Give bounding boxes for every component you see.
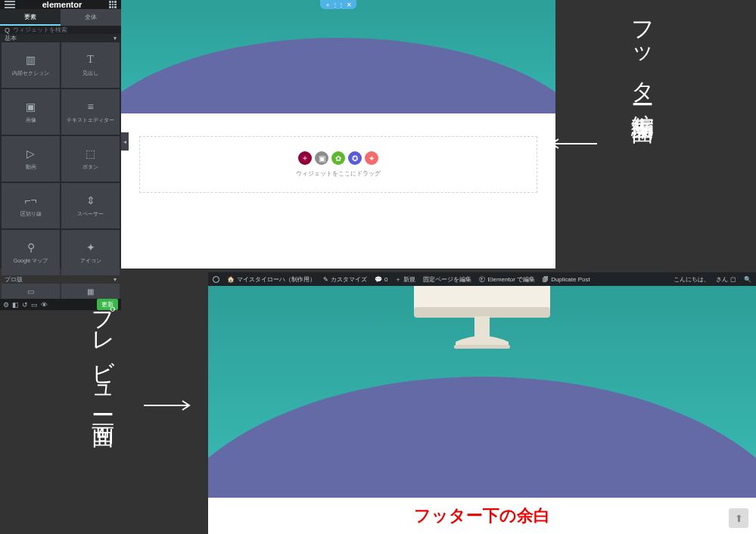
widget-video[interactable]: ▷ 動画 bbox=[2, 136, 60, 182]
svg-rect-4 bbox=[474, 316, 490, 337]
responsive-icon[interactable]: ▭ bbox=[31, 301, 38, 309]
sidebar-header: elementor bbox=[0, 0, 121, 9]
divider-icon: ⌐¬ bbox=[23, 194, 39, 207]
globe-icon[interactable]: ✪ bbox=[348, 151, 362, 165]
search-placeholder: ウィジェットを検索 bbox=[13, 26, 67, 34]
widget-divider[interactable]: ⌐¬ 区切り線 bbox=[2, 183, 60, 228]
comments-link[interactable]: 💬 0 bbox=[375, 276, 387, 283]
annotation-preview-label: プレビュー画面 bbox=[87, 287, 118, 412]
widget-button[interactable]: ⬚ ボタン bbox=[61, 136, 120, 182]
category-pro[interactable]: プロ版 ▾ bbox=[0, 275, 121, 284]
text-icon: ≡ bbox=[83, 100, 98, 113]
widget-grid: ▥ 内部セクション T 見出し ▣ 画像 ≡ テキストエディター ▷ 動画 ⬚ … bbox=[0, 42, 121, 275]
star-icon: ✦ bbox=[83, 241, 98, 254]
star-icon[interactable]: ✦ bbox=[365, 151, 378, 165]
footer-section[interactable]: ＋ ⋮⋮ ✕ bbox=[121, 0, 555, 113]
add-section-buttons: ＋ ▣ ✿ ✪ ✦ bbox=[298, 151, 378, 165]
svg-rect-5 bbox=[454, 345, 510, 349]
editor-canvas[interactable]: ＋ ⋮⋮ ✕ ＋ ▣ ✿ ✪ ✦ ウィジェットをここにドラッグ bbox=[121, 0, 555, 269]
navigator-icon[interactable]: ◧ bbox=[12, 301, 19, 309]
widget-search[interactable]: Q ウィジェットを検索 bbox=[0, 26, 121, 34]
arrow-up-icon: ⬆ bbox=[735, 513, 743, 524]
arrow-left-icon bbox=[548, 132, 601, 155]
history-icon[interactable]: ↺ bbox=[22, 301, 28, 309]
widget-spacer[interactable]: ⇕ スペーサー bbox=[61, 183, 120, 228]
search-icon: Q bbox=[5, 26, 10, 34]
monitor-illustration bbox=[403, 286, 562, 362]
footer-gap-area: フッター下の余白 ⬆ bbox=[208, 498, 756, 534]
chevron-down-icon: ▾ bbox=[114, 35, 117, 42]
greeting[interactable]: こんにちは、 さん ▢ bbox=[674, 275, 736, 284]
wp-admin-bar: 🏠 マイスタイローハ（制作用） ✎ カスタマイズ 💬 0 ＋ 新規 固定ページを… bbox=[208, 272, 756, 286]
search-admin-icon[interactable]: 🔍 bbox=[744, 276, 751, 283]
arrow-right-icon bbox=[140, 393, 193, 417]
category-basic[interactable]: 基本 ▾ bbox=[0, 34, 121, 42]
section-handle[interactable]: ＋ ⋮⋮ ✕ bbox=[320, 0, 356, 9]
pro-widget-1[interactable]: ▭ bbox=[2, 284, 60, 299]
tab-elements[interactable]: 要素 bbox=[0, 9, 61, 26]
elementor-editor: elementor 要素 全体 Q ウィジェットを検索 基本 ▾ ▥ 内部セクシ… bbox=[0, 0, 555, 269]
annotation-gap-label: フッター下の余白 bbox=[414, 505, 550, 527]
wordpress-icon bbox=[213, 276, 219, 283]
scroll-top-button[interactable]: ⬆ bbox=[729, 508, 748, 528]
menu-icon[interactable] bbox=[5, 1, 15, 8]
chevron-down-icon: ▾ bbox=[114, 276, 117, 283]
panel-tabs: 要素 全体 bbox=[0, 9, 121, 26]
preview-icon[interactable]: 👁 bbox=[41, 301, 48, 309]
widget-heading[interactable]: T 見出し bbox=[61, 42, 120, 88]
widget-dropzone[interactable]: ＋ ▣ ✿ ✪ ✦ ウィジェットをここにドラッグ bbox=[139, 136, 537, 193]
decorative-shape bbox=[121, 38, 555, 113]
new-link[interactable]: ＋ 新規 bbox=[395, 275, 415, 284]
edit-page-link[interactable]: 固定ページを編集 bbox=[423, 275, 471, 284]
site-name[interactable]: 🏠 マイスタイローハ（制作用） bbox=[227, 275, 316, 284]
widgets-grid-icon[interactable] bbox=[109, 1, 117, 8]
video-icon: ▷ bbox=[23, 147, 39, 160]
widget-inner-section[interactable]: ▥ 内部セクション bbox=[2, 42, 60, 88]
folder-icon[interactable]: ▣ bbox=[315, 151, 328, 165]
map-icon: ⚲ bbox=[23, 241, 39, 254]
elementor-edit-link[interactable]: Ⓔ Elementor で編集 bbox=[479, 275, 535, 284]
decorative-shape bbox=[208, 377, 756, 498]
button-icon: ⬚ bbox=[83, 147, 98, 160]
duplicate-post-link[interactable]: 🗐 Duplicate Post bbox=[543, 276, 590, 283]
preview-footer-section bbox=[208, 286, 756, 498]
elementor-logo: elementor bbox=[42, 0, 82, 9]
image-icon: ▣ bbox=[23, 100, 39, 113]
widget-text-editor[interactable]: ≡ テキストエディター bbox=[61, 89, 120, 135]
tab-global[interactable]: 全体 bbox=[61, 9, 121, 26]
wp-logo[interactable] bbox=[213, 276, 219, 283]
elementor-sidebar: elementor 要素 全体 Q ウィジェットを検索 基本 ▾ ▥ 内部セクシ… bbox=[0, 0, 121, 269]
heading-icon: T bbox=[83, 53, 98, 67]
collapse-sidebar-icon[interactable]: ◂ bbox=[121, 132, 129, 151]
settings-icon[interactable]: ⚙ bbox=[3, 301, 9, 309]
preview-frame: 🏠 マイスタイローハ（制作用） ✎ カスタマイズ 💬 0 ＋ 新規 固定ページを… bbox=[208, 272, 756, 534]
svg-rect-3 bbox=[414, 307, 550, 318]
spacer-icon: ⇕ bbox=[83, 194, 98, 207]
dropzone-text: ウィジェットをここにドラッグ bbox=[296, 169, 381, 178]
check-icon[interactable]: ✿ bbox=[331, 151, 345, 165]
add-icon[interactable]: ＋ bbox=[298, 151, 312, 165]
widget-icon[interactable]: ✦ アイコン bbox=[61, 230, 120, 275]
widget-google-maps[interactable]: ⚲ Google マップ bbox=[2, 230, 60, 275]
customize-link[interactable]: ✎ カスタマイズ bbox=[323, 275, 367, 284]
widget-image[interactable]: ▣ 画像 bbox=[2, 89, 60, 135]
columns-icon: ▥ bbox=[23, 53, 39, 67]
annotation-editor-label: フッター編集画面 bbox=[627, 6, 658, 108]
